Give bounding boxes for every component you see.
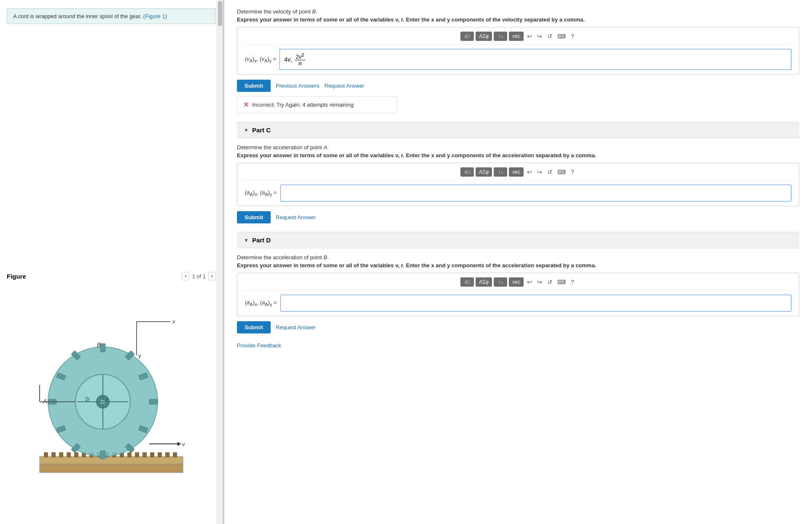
partc-answer-input[interactable] xyxy=(280,185,791,202)
partc-question1: Determine the acceleration of point A. xyxy=(237,144,799,150)
part-d-section: ▼ Part D Determine the acceleration of p… xyxy=(237,232,799,333)
undo-button[interactable]: ↩ xyxy=(525,32,534,40)
partd-question1: Determine the acceleration of point B. xyxy=(237,254,799,261)
svg-text:v: v xyxy=(182,441,185,447)
svg-rect-22 xyxy=(165,452,169,457)
partb-answer-box: √□ ΑΣφ ↑↓ vec ↩ ↪ ↺ ⌨ ? (vA)x, (vA)y = 4… xyxy=(237,27,799,75)
refresh-button[interactable]: ↺ xyxy=(546,32,554,40)
part-d-header: ▼ Part D xyxy=(237,232,799,248)
help-button[interactable]: ? xyxy=(569,32,576,40)
partc-action-row: Submit Request Answer xyxy=(237,211,799,223)
left-scrollbar[interactable] xyxy=(217,0,223,524)
figure-header: Figure ‹ 1 of 1 › xyxy=(7,272,216,280)
partc-vec-button[interactable]: vec xyxy=(509,167,524,177)
partb-fraction: 2v2 π xyxy=(295,52,306,67)
svg-text:y: y xyxy=(138,352,141,359)
partd-toolbar: √□ ΑΣφ ↑↓ vec ↩ ↪ ↺ ⌨ ? xyxy=(242,277,795,290)
partd-refresh-button[interactable]: ↺ xyxy=(546,278,554,286)
svg-rect-6 xyxy=(44,452,48,457)
keyboard-button[interactable]: ⌨ xyxy=(556,32,567,40)
svg-rect-8 xyxy=(59,452,63,457)
partc-toolbar: √□ ΑΣφ ↑↓ vec ↩ ↪ ↺ ⌨ ? xyxy=(242,167,795,180)
svg-text:2r: 2r xyxy=(85,396,90,402)
figure-page: 1 of 1 xyxy=(192,273,206,279)
partc-updown-button[interactable]: ↑↓ xyxy=(494,167,507,177)
svg-text:B: B xyxy=(97,341,101,348)
figure-next-button[interactable]: › xyxy=(208,272,216,280)
partd-help-button[interactable]: ? xyxy=(569,278,576,286)
svg-rect-7 xyxy=(51,452,56,457)
partb-submit-button[interactable]: Submit xyxy=(237,80,271,92)
partd-keyboard-button[interactable]: ⌨ xyxy=(556,278,567,286)
provide-feedback-link[interactable]: Provide Feedback xyxy=(237,342,281,349)
svg-rect-31 xyxy=(149,399,158,404)
partc-input-label: (aA)x, (aA)y = xyxy=(245,189,277,197)
svg-rect-4 xyxy=(40,457,183,464)
svg-marker-25 xyxy=(177,442,181,446)
vec-button[interactable]: vec xyxy=(509,32,524,41)
partc-request-answer-link[interactable]: Request Answer xyxy=(276,214,316,220)
svg-rect-17 xyxy=(127,452,132,457)
partd-question2: Express your answer in terms of some or … xyxy=(237,262,799,269)
redo-button[interactable]: ↪ xyxy=(535,32,544,40)
partb-toolbar: √□ ΑΣφ ↑↓ vec ↩ ↪ ↺ ⌨ ? xyxy=(242,32,795,45)
partc-answer-box: √□ ΑΣφ ↑↓ vec ↩ ↪ ↺ ⌨ ? (aA)x, (aA)y = xyxy=(237,163,799,206)
error-icon: ✕ xyxy=(243,101,249,109)
partc-alpha-button[interactable]: ΑΣφ xyxy=(476,167,492,177)
partb-input-label: (vA)x, (vA)y = xyxy=(245,56,276,63)
part-c-chevron[interactable]: ▼ xyxy=(244,127,249,133)
partc-redo-button[interactable]: ↪ xyxy=(535,168,544,176)
svg-rect-5 xyxy=(40,464,183,473)
svg-text:x: x xyxy=(172,318,175,325)
partd-vec-button[interactable]: vec xyxy=(509,277,524,287)
partd-answer-input[interactable] xyxy=(280,295,791,312)
partc-submit-button[interactable]: Submit xyxy=(237,211,271,223)
svg-rect-19 xyxy=(143,452,147,457)
partc-help-button[interactable]: ? xyxy=(569,168,576,176)
sqrt-button[interactable]: √□ xyxy=(460,32,474,41)
partd-alpha-button[interactable]: ΑΣφ xyxy=(476,277,492,287)
figure-prev-button[interactable]: ‹ xyxy=(182,272,189,280)
partb-answer-input[interactable]: 4v, 2v2 π xyxy=(280,49,791,70)
partd-request-answer-link[interactable]: Request Answer xyxy=(276,324,316,331)
figure-section: Figure ‹ 1 of 1 › x y xyxy=(0,268,223,524)
partc-question2: Express your answer in terms of some or … xyxy=(237,152,799,159)
partc-keyboard-button[interactable]: ⌨ xyxy=(556,168,567,176)
left-panel: A cord is wrapped around the inner spool… xyxy=(0,0,223,524)
partd-sqrt-button[interactable]: √□ xyxy=(460,277,474,287)
provide-feedback-section: Provide Feedback xyxy=(237,342,799,349)
partd-submit-button[interactable]: Submit xyxy=(237,321,271,333)
partb-request-answer-link[interactable]: Request Answer xyxy=(324,83,364,89)
svg-text:r: r xyxy=(106,397,108,402)
svg-rect-28 xyxy=(100,344,105,352)
svg-rect-21 xyxy=(158,452,162,457)
figure-link[interactable]: (Figure 1) xyxy=(143,13,167,19)
part-b-section: Determine the velocity of point B. Expre… xyxy=(237,8,799,113)
alpha-button[interactable]: ΑΣφ xyxy=(476,32,492,41)
partd-undo-button[interactable]: ↩ xyxy=(525,278,534,286)
svg-rect-29 xyxy=(100,451,105,459)
partb-question2: Express your answer in terms of some or … xyxy=(237,16,799,23)
part-d-label: Part D xyxy=(252,236,271,244)
part-c-label: Part C xyxy=(252,126,271,134)
partd-updown-button[interactable]: ↑↓ xyxy=(494,277,507,287)
info-banner: A cord is wrapped around the inner spool… xyxy=(7,8,216,24)
partd-input-row: (aA)x, (aA)y = xyxy=(242,295,795,312)
part-c-section: ▼ Part C Determine the acceleration of p… xyxy=(237,122,799,223)
figure-nav: ‹ 1 of 1 › xyxy=(182,272,216,280)
right-panel: Determine the velocity of point B. Expre… xyxy=(224,0,812,524)
gear-svg: x y xyxy=(14,284,208,520)
svg-rect-9 xyxy=(67,452,71,457)
partb-previous-answers-link[interactable]: Previous Answers xyxy=(276,83,319,89)
partc-undo-button[interactable]: ↩ xyxy=(525,168,534,176)
partc-refresh-button[interactable]: ↺ xyxy=(546,168,554,176)
partd-redo-button[interactable]: ↪ xyxy=(535,278,544,286)
updown-button[interactable]: ↑↓ xyxy=(494,32,507,41)
partc-sqrt-button[interactable]: √□ xyxy=(460,167,474,177)
scrollbar-thumb xyxy=(218,1,222,26)
part-d-chevron[interactable]: ▼ xyxy=(244,237,249,243)
svg-rect-10 xyxy=(74,452,78,457)
partb-input-row: (vA)x, (vA)y = 4v, 2v2 π xyxy=(242,49,795,70)
partb-action-row: Submit Previous Answers Request Answer xyxy=(237,80,799,92)
partb-question1: Determine the velocity of point B. xyxy=(237,8,799,15)
